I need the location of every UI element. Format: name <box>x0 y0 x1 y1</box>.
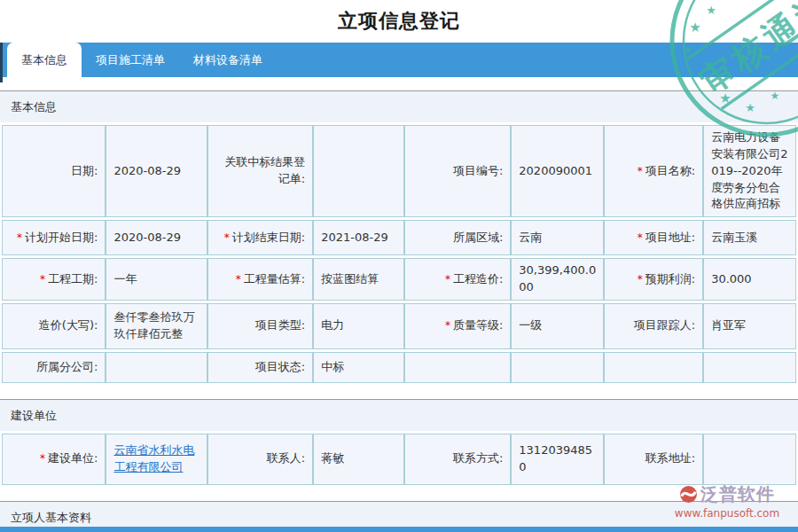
related-bid-result-label: 关联中标结果登记单: <box>207 125 313 217</box>
section-header-construction-unit: 建设单位 <box>0 399 798 431</box>
plan-end-date-label: *计划结束日期: <box>207 220 313 255</box>
table-row: *建设单位: 云南省水利水电工程有限公司 联系人: 蒋敏 联系方式: 13120… <box>2 434 796 485</box>
empty-value <box>703 352 796 383</box>
contact-address-value <box>703 434 796 485</box>
empty-label <box>404 352 511 383</box>
quality-grade-value: 一级 <box>511 303 604 349</box>
construction-unit-value: 云南省水利水电工程有限公司 <box>106 434 207 485</box>
tab-material-equipment-list[interactable]: 材料设备清单 <box>179 43 277 77</box>
fanpu-brand-url: www.fanpusoft.com <box>665 507 789 520</box>
construction-unit-label: *建设单位: <box>2 434 106 485</box>
project-tracker-label: 项目跟踪人: <box>604 303 703 349</box>
tab-project-construction-list[interactable]: 项目施工清单 <box>82 43 179 77</box>
branch-company-label: 所属分公司: <box>2 352 106 383</box>
table-row: 所属分公司: 项目状态: 中标 <box>2 352 796 383</box>
cost-in-words-label: 造价(大写): <box>2 303 106 349</box>
required-star: * <box>17 231 22 244</box>
empty-label <box>604 352 703 383</box>
required-star: * <box>638 273 643 286</box>
table-row: 日期: 2020-08-29 关联中标结果登记单: 项目编号: 20200900… <box>2 125 796 217</box>
branch-company-value <box>106 352 207 383</box>
project-address-label: *项目地址: <box>604 220 703 255</box>
project-duration-label: *工程工期: <box>2 258 106 301</box>
fanpu-brand-name: 泛普软件 <box>700 482 775 506</box>
section-header-basic-info: 基本信息 <box>0 90 798 122</box>
contact-phone-label: 联系方式: <box>404 434 511 485</box>
project-status-value: 中标 <box>313 352 404 383</box>
project-cost-label: *工程造价: <box>404 258 511 301</box>
region-label: 所属区域: <box>404 220 511 255</box>
project-name-label: *项目名称: <box>604 125 703 217</box>
required-star: * <box>40 452 45 465</box>
page-title: 立项信息登记 <box>0 0 798 43</box>
plan-start-date-value: 2020-08-29 <box>106 220 207 255</box>
plan-end-date-value: 2021-08-29 <box>313 220 404 255</box>
project-cost-value: 30,399,400.000 <box>511 258 604 301</box>
required-star: * <box>445 319 450 332</box>
bottom-blue-bar <box>0 527 798 532</box>
project-type-value: 电力 <box>313 303 404 349</box>
fanpu-brand: 泛普软件 www.fanpusoft.com <box>665 482 789 520</box>
required-star: * <box>638 231 643 244</box>
project-type-label: 项目类型: <box>207 303 313 349</box>
required-star: * <box>638 165 643 177</box>
region-value: 云南 <box>511 220 604 255</box>
contact-person-label: 联系人: <box>207 434 313 485</box>
table-row: *计划开始日期: 2020-08-29 *计划结束日期: 2021-08-29 … <box>2 220 796 255</box>
table-row: 造价(大写): 叁仟零叁拾玖万玖仟肆佰元整 项目类型: 电力 *质量等级: 一级… <box>2 303 796 349</box>
page: 立项信息登记 基本信息 项目施工清单 材料设备清单 基本信息 日期: 2020-… <box>0 0 798 532</box>
construction-unit-link[interactable]: 云南省水利水电工程有限公司 <box>113 443 194 473</box>
date-label: 日期: <box>2 125 106 217</box>
plan-start-date-label: *计划开始日期: <box>2 220 106 255</box>
basic-info-table: 日期: 2020-08-29 关联中标结果登记单: 项目编号: 20200900… <box>2 122 796 386</box>
related-bid-result-value <box>313 125 404 217</box>
required-star: * <box>224 231 230 244</box>
project-address-value: 云南玉溪 <box>703 220 796 255</box>
quantity-estimate-value: 按蓝图结算 <box>313 258 404 301</box>
contact-phone-value: 13120394850 <box>511 434 604 485</box>
project-tracker-value: 肖亚军 <box>703 303 796 349</box>
quality-grade-label: *质量等级: <box>404 303 511 349</box>
project-duration-value: 一年 <box>106 258 207 301</box>
tab-bar: 基本信息 项目施工清单 材料设备清单 <box>0 43 798 77</box>
project-name-value: 云南电力设备安装有限公司2019--2020年度劳务分包合格供应商招标 <box>703 125 796 217</box>
expected-profit-value: 30.000 <box>703 258 796 301</box>
required-star: * <box>445 273 450 286</box>
project-no-label: 项目编号: <box>404 125 511 217</box>
cost-in-words-value: 叁仟零叁拾玖万玖仟肆佰元整 <box>106 303 207 349</box>
table-row: *工程工期: 一年 *工程量估算: 按蓝图结算 *工程造价: 30,399,40… <box>2 258 796 301</box>
contact-person-value: 蒋敏 <box>313 434 404 485</box>
empty-value <box>511 352 604 383</box>
tab-basic-info[interactable]: 基本信息 <box>7 43 82 77</box>
basic-info-table-wrap: 日期: 2020-08-29 关联中标结果登记单: 项目编号: 20200900… <box>0 122 798 386</box>
construction-unit-table-wrap: *建设单位: 云南省水利水电工程有限公司 联系人: 蒋敏 联系方式: 13120… <box>0 431 798 488</box>
date-value: 2020-08-29 <box>106 125 207 217</box>
contact-address-label: 联系地址: <box>604 434 703 485</box>
project-status-label: 项目状态: <box>207 352 313 383</box>
expected-profit-label: *预期利润: <box>604 258 703 301</box>
quantity-estimate-label: *工程量估算: <box>207 258 313 301</box>
required-star: * <box>40 273 45 286</box>
project-no-value: 2020090001 <box>511 125 604 217</box>
construction-unit-table: *建设单位: 云南省水利水电工程有限公司 联系人: 蒋敏 联系方式: 13120… <box>2 431 796 488</box>
required-star: * <box>236 273 241 286</box>
fanpu-logo-icon <box>679 485 698 504</box>
